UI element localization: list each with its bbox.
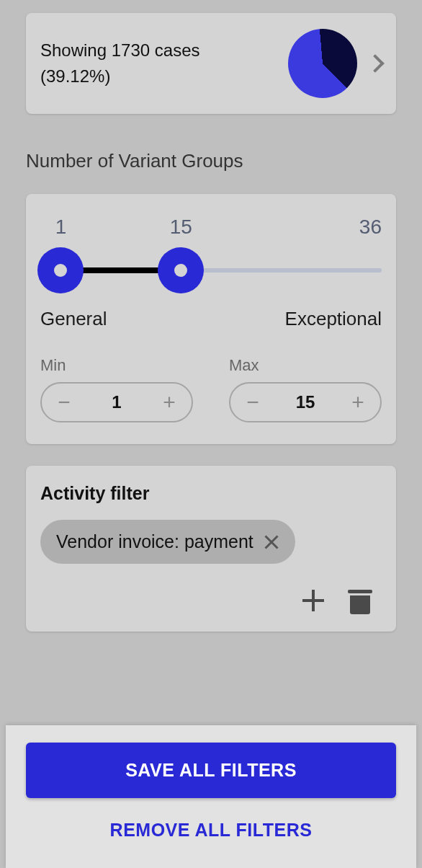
slider-track[interactable]: [40, 247, 382, 293]
delete-filter-icon[interactable]: [350, 590, 370, 614]
min-label: Min: [40, 356, 193, 375]
slider-end-labels: General Exceptional: [40, 308, 382, 330]
cases-summary-text: Showing 1730 cases (39.12%): [40, 37, 279, 89]
cases-summary-right: [288, 29, 382, 98]
activity-filter-chip[interactable]: Vendor invoice: payment: [40, 520, 295, 564]
min-decrement-button[interactable]: −: [53, 391, 75, 413]
slider-handle-low[interactable]: [37, 247, 84, 293]
activity-filter-heading: Activity filter: [40, 483, 382, 504]
slider-right-end-label: Exceptional: [285, 308, 382, 330]
activity-filter-card: Activity filter Vendor invoice: payment: [26, 466, 396, 632]
slider-handle-high[interactable]: [158, 247, 204, 293]
cases-summary-line2: (39.12%): [40, 63, 279, 89]
remove-all-filters-button[interactable]: REMOVE ALL FILTERS: [26, 798, 396, 855]
close-icon[interactable]: [264, 534, 279, 550]
max-decrement-button[interactable]: −: [242, 391, 264, 413]
min-value[interactable]: 1: [112, 392, 121, 412]
variant-groups-slider-card: 1 15 36 General Exceptional Min − 1 +: [26, 194, 396, 444]
filter-actions-footer: SAVE ALL FILTERS REMOVE ALL FILTERS: [6, 725, 416, 868]
slider-low-label: 1: [55, 216, 67, 239]
max-value[interactable]: 15: [296, 392, 315, 412]
save-all-filters-button[interactable]: SAVE ALL FILTERS: [26, 743, 396, 798]
slider-value-labels: 1 15 36: [40, 216, 382, 240]
chevron-right-icon: [366, 54, 384, 72]
pie-chart-icon: [288, 29, 357, 98]
max-increment-button[interactable]: +: [347, 391, 369, 413]
slider-high-label: 15: [170, 216, 192, 239]
slider-left-end-label: General: [40, 308, 107, 330]
variant-groups-heading: Number of Variant Groups: [26, 150, 396, 172]
cases-summary-card[interactable]: Showing 1730 cases (39.12%): [26, 13, 396, 114]
activity-filter-chip-label: Vendor invoice: payment: [56, 531, 253, 552]
slider-max-label: 36: [359, 216, 382, 239]
max-stepper: − 15 +: [229, 382, 382, 422]
cases-summary-line1: Showing 1730 cases: [40, 37, 279, 63]
max-label: Max: [229, 356, 382, 375]
min-stepper: − 1 +: [40, 382, 193, 422]
add-filter-icon[interactable]: [302, 590, 324, 611]
min-increment-button[interactable]: +: [158, 391, 180, 413]
